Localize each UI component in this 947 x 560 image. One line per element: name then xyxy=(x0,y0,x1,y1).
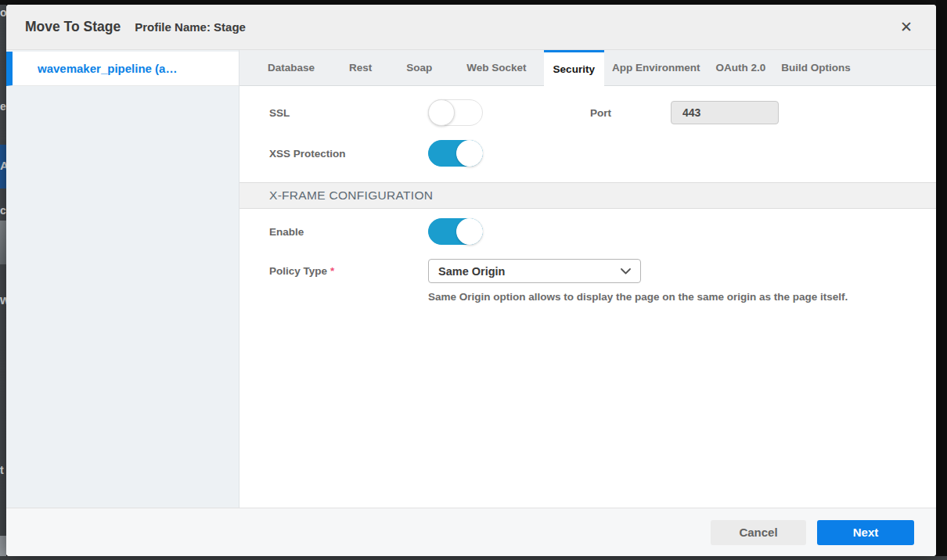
settings-tab-bar: Database Rest Soap Web Socket Security A… xyxy=(239,50,936,86)
chevron-down-icon xyxy=(621,268,631,275)
sidebar-item-wavemaker-pipeline[interactable]: wavemaker_pipeline (a… xyxy=(6,52,239,86)
dialog-title: Move To Stage xyxy=(25,19,121,35)
port-label: Port xyxy=(590,107,671,119)
ssl-row: SSL Port xyxy=(269,99,936,126)
tab-web-socket[interactable]: Web Socket xyxy=(449,50,543,85)
policy-type-label: Policy Type* xyxy=(269,265,428,277)
toggle-knob xyxy=(456,140,483,167)
tab-security[interactable]: Security xyxy=(544,50,604,86)
policy-type-select[interactable]: Same Origin xyxy=(428,259,641,283)
required-asterisk: * xyxy=(330,265,334,277)
tab-app-environment[interactable]: App Environment xyxy=(604,50,708,85)
enable-label: Enable xyxy=(269,226,428,238)
toggle-knob xyxy=(428,99,455,126)
xss-protection-toggle[interactable] xyxy=(428,140,483,167)
policy-type-label-text: Policy Type xyxy=(269,265,327,277)
x-frame-configuration-section-header: X-FRAME CONFIGURATION xyxy=(239,182,936,209)
policy-type-selected-value: Same Origin xyxy=(438,265,621,278)
dialog-footer: Cancel Next xyxy=(6,508,936,556)
enable-row: Enable xyxy=(269,218,936,245)
tab-database[interactable]: Database xyxy=(250,50,332,85)
tab-soap[interactable]: Soap xyxy=(389,50,449,85)
background-app-right-edge xyxy=(936,0,947,560)
policy-type-help-text: Same Origin option allows to display the… xyxy=(428,291,936,303)
move-to-stage-dialog: Move To Stage Profile Name: Stage ✕ wave… xyxy=(6,5,936,556)
background-text-fragment: A xyxy=(0,160,6,171)
tab-oauth-2-0[interactable]: OAuth 2.0 xyxy=(708,50,773,85)
background-text-fragment: t xyxy=(0,465,4,476)
tab-rest[interactable]: Rest xyxy=(332,50,389,85)
xss-protection-row: XSS Protection xyxy=(269,140,936,167)
ssl-label: SSL xyxy=(269,107,428,119)
background-light-segment xyxy=(0,221,6,264)
close-icon[interactable]: ✕ xyxy=(895,16,917,38)
ssl-toggle[interactable] xyxy=(428,99,483,126)
cancel-button[interactable]: Cancel xyxy=(711,520,806,545)
background-app-bottom-edge xyxy=(0,556,947,560)
dialog-main-panel: Database Rest Soap Web Socket Security A… xyxy=(239,50,936,508)
tab-build-options[interactable]: Build Options xyxy=(773,50,859,85)
dialog-header: Move To Stage Profile Name: Stage ✕ xyxy=(6,5,936,50)
project-sidebar: wavemaker_pipeline (a… xyxy=(6,50,239,508)
enable-toggle[interactable] xyxy=(428,218,483,245)
policy-type-row: Policy Type* Same Origin xyxy=(269,259,936,283)
port-group: Port xyxy=(590,101,779,124)
security-tab-content: SSL Port XSS Protection X-FRAME CONF xyxy=(239,86,936,508)
background-text-fragment: e xyxy=(0,101,6,112)
background-text-fragment: o xyxy=(0,7,6,18)
next-button[interactable]: Next xyxy=(817,520,914,545)
background-app-left-edge: o e A c w t xyxy=(0,5,6,556)
xss-protection-label: XSS Protection xyxy=(269,148,428,160)
port-input[interactable] xyxy=(671,101,779,124)
dialog-body: wavemaker_pipeline (a… Database Rest Soa… xyxy=(6,50,936,508)
profile-name-label: Profile Name: Stage xyxy=(135,20,246,34)
background-text-fragment: w xyxy=(0,294,6,307)
background-text-fragment: c xyxy=(0,205,6,216)
background-light-segment-bottom xyxy=(0,536,6,556)
toggle-knob xyxy=(456,218,483,245)
